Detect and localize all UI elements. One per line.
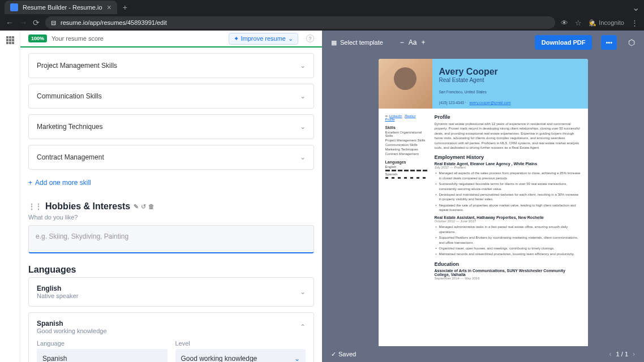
- hobbies-hint: What do you like?: [28, 214, 314, 221]
- back-icon[interactable]: ←: [6, 18, 14, 27]
- skill-item[interactable]: Project Management Skills⌄: [28, 53, 314, 78]
- help-icon[interactable]: ?: [306, 35, 314, 42]
- skill-item[interactable]: Communication Skills⌄: [28, 84, 314, 109]
- preview-header: ▦Select template − Aa + Download PDF •••…: [322, 31, 644, 54]
- eye-icon[interactable]: 👁: [561, 19, 568, 27]
- settings-icon[interactable]: ⬡: [628, 38, 635, 47]
- skill-item[interactable]: Marketing Techniques⌄: [28, 114, 314, 139]
- download-pdf-button[interactable]: Download PDF: [535, 35, 593, 50]
- preview-footer: ✓Saved ‹ 1 / 1 ›: [322, 346, 644, 362]
- grid-icon: ▦: [331, 39, 337, 46]
- check-icon: ✓: [331, 351, 336, 358]
- resume-photo: [379, 59, 432, 109]
- incognito-badge: 🕵Incognito: [589, 19, 624, 27]
- delete-icon[interactable]: 🗑: [148, 203, 154, 210]
- site-info-icon[interactable]: ⊟: [51, 19, 56, 27]
- chevron-down-icon: ⌄: [300, 288, 306, 296]
- plus-icon: +: [28, 179, 32, 187]
- level-field-label: Level: [175, 340, 306, 347]
- favicon: [10, 3, 18, 11]
- left-rail: [0, 31, 20, 362]
- chevron-down-icon: ⌄: [300, 62, 306, 70]
- prev-page-button[interactable]: ‹: [609, 350, 612, 358]
- chevron-up-icon[interactable]: ⌃: [300, 323, 306, 331]
- chevron-down-icon: ⌄: [300, 153, 306, 161]
- select-template-button[interactable]: ▦Select template: [331, 39, 383, 46]
- close-tab-icon[interactable]: ×: [107, 3, 111, 12]
- font-decrease-button[interactable]: −: [400, 38, 404, 46]
- new-tab-button[interactable]: +: [123, 3, 127, 12]
- font-size-icon: Aa: [409, 38, 417, 46]
- font-increase-button[interactable]: +: [422, 38, 426, 46]
- forward-icon: →: [19, 18, 27, 27]
- hobbies-section-title: ⋮⋮ Hobbies & Interests ✎↺🗑: [28, 201, 314, 212]
- preview-panel: ▦Select template − Aa + Download PDF •••…: [322, 31, 644, 362]
- undo-icon[interactable]: ↺: [141, 203, 146, 210]
- languages-section-title: Languages: [28, 265, 314, 275]
- page-indicator: 1 / 1: [616, 351, 628, 357]
- language-field-label: Language: [37, 340, 168, 347]
- level-select[interactable]: Good working knowledge⌄: [175, 349, 306, 362]
- more-actions-button[interactable]: •••: [601, 35, 617, 50]
- next-page-button[interactable]: ›: [633, 350, 635, 358]
- chevron-down-icon: ⌄: [300, 123, 306, 131]
- language-item-expanded: SpanishGood working knowledge ⌃ Language…: [28, 312, 314, 362]
- browser-tab-bar: Resume Builder - Resume.io × + ⌄: [0, 0, 644, 15]
- skill-item[interactable]: Contract Management⌄: [28, 145, 314, 170]
- chevron-down-icon: ⌄: [300, 92, 306, 100]
- drag-handle-icon[interactable]: ⋮⋮: [28, 202, 42, 210]
- browser-more-icon[interactable]: ⋮: [631, 19, 638, 27]
- bookmark-icon[interactable]: ☆: [575, 19, 582, 27]
- score-badge: 100%: [28, 35, 47, 42]
- language-item[interactable]: EnglishNative speaker ⌄: [28, 277, 314, 307]
- tab-title: Resume Builder - Resume.io: [23, 4, 102, 11]
- resume-preview: Avery Cooper Real Estate Agent San Franc…: [379, 59, 588, 346]
- score-label: Your resume score: [51, 35, 104, 42]
- url-text: resume.io/app/resumes/45893991/edit: [61, 19, 167, 26]
- reload-icon[interactable]: ⟳: [33, 18, 40, 27]
- language-input[interactable]: Spanish: [37, 349, 168, 362]
- browser-tab[interactable]: Resume Builder - Resume.io ×: [5, 1, 117, 14]
- improve-resume-button[interactable]: ✦ Improve resume ⌄: [229, 33, 298, 45]
- hobbies-input[interactable]: e.g. Skiing, Skydiving, Painting: [28, 225, 314, 253]
- chevron-down-icon: ⌄: [294, 355, 300, 362]
- add-skill-button[interactable]: +Add one more skill: [28, 175, 314, 190]
- score-bar: 100% Your resume score ✦ Improve resume …: [20, 31, 322, 48]
- resume-role: Real Estate Agent: [439, 77, 511, 83]
- apps-grid-icon[interactable]: [6, 36, 14, 44]
- chevron-down-icon: ⌄: [288, 35, 293, 42]
- browser-menu-icon[interactable]: ⌄: [632, 2, 639, 13]
- edit-icon[interactable]: ✎: [134, 203, 139, 210]
- browser-url-bar: ← → ⟳ ⊟ resume.io/app/resumes/45893991/e…: [0, 15, 644, 31]
- resume-name: Avery Cooper: [439, 67, 511, 77]
- url-input[interactable]: ⊟ resume.io/app/resumes/45893991/edit: [45, 16, 555, 29]
- saved-indicator: ✓Saved: [331, 351, 356, 358]
- sparkle-icon: ✦: [234, 35, 239, 42]
- editor-panel: 100% Your resume score ✦ Improve resume …: [20, 31, 322, 362]
- editor-body: Project Management Skills⌄ Communication…: [20, 48, 322, 362]
